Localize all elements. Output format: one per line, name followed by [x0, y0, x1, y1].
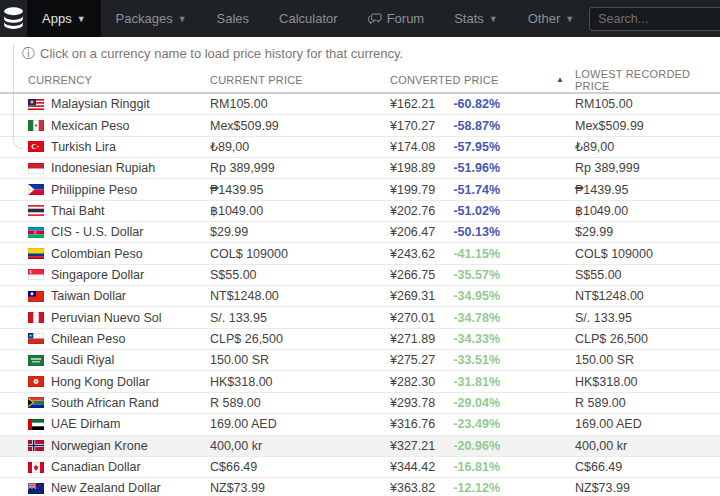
table-row: Turkish Lira₺89,00¥174.08-57.95%₺89,00 [0, 136, 720, 157]
flag-icon-mx [28, 120, 44, 131]
currency-link[interactable]: Chilean Peso [51, 332, 125, 346]
flag-icon-pe [28, 312, 44, 323]
lowest-recorded-price: ฿1049.00 [500, 203, 720, 218]
steamdb-logo[interactable] [0, 0, 27, 37]
price-change-percent: -34.33% [453, 332, 500, 346]
col-lowest-recorded-price[interactable]: LOWEST RECORDED PRICE [500, 68, 720, 92]
sort-asc-icon[interactable]: ▲ [556, 75, 564, 84]
price-change-percent: -60.82% [453, 97, 500, 111]
nav-item-stats[interactable]: Stats▼ [439, 0, 513, 37]
lowest-recorded-price: Rp 389,999 [500, 161, 720, 175]
flag-icon-ca [28, 462, 44, 473]
table-row: Philippine Peso₱1439.95¥199.79-51.74%₱14… [0, 178, 720, 199]
flag-icon-co [28, 248, 44, 259]
nav-item-sales[interactable]: Sales [202, 0, 265, 37]
currency-link[interactable]: South African Rand [51, 396, 159, 410]
converted-price: ¥202.76 [390, 204, 435, 218]
lowest-recorded-price: S$55.00 [500, 268, 720, 282]
currency-link[interactable]: Taiwan Dollar [51, 289, 126, 303]
flag-icon-hk [28, 376, 44, 387]
currency-link[interactable]: Malaysian Ringgit [51, 97, 150, 111]
current-price: RM105.00 [210, 97, 390, 111]
converted-price: ¥162.21 [390, 97, 435, 111]
currency-link[interactable]: Hong Kong Dollar [51, 375, 150, 389]
col-converted-price[interactable]: CONVERTED PRICE [390, 74, 500, 86]
flag-icon-nz [28, 483, 44, 494]
current-price: ₺89,00 [210, 139, 390, 154]
price-change-percent: -33.51% [453, 353, 500, 367]
table-row: Chilean PesoCLP$ 26,500¥271.89-34.33%CLP… [0, 328, 720, 349]
currency-link[interactable]: UAE Dirham [51, 417, 120, 431]
lowest-recorded-price: RM105.00 [500, 97, 720, 111]
currency-link[interactable]: Mexican Peso [51, 119, 130, 133]
search-input[interactable] [589, 7, 720, 31]
price-change-percent: -51.96% [453, 161, 500, 175]
current-price: S/. 133.95 [210, 311, 390, 325]
col-currency[interactable]: CURRENCY [28, 74, 210, 86]
converted-price: ¥243.62 [390, 247, 435, 261]
converted-price: ¥282.30 [390, 375, 435, 389]
currency-link[interactable]: Canadian Dollar [51, 460, 141, 474]
nav-item-label: Packages [116, 11, 173, 26]
flag-icon-az [28, 227, 44, 238]
flag-icon-tw [28, 291, 44, 302]
price-change-percent: -41.15% [453, 247, 500, 261]
current-price: COL$ 109000 [210, 247, 390, 261]
nav-item-other[interactable]: Other▼ [513, 0, 589, 37]
currency-table: Malaysian RinggitRM105.00¥162.21-60.82%R… [0, 94, 720, 496]
nav-item-label: Sales [217, 11, 250, 26]
currency-link[interactable]: New Zealand Dollar [51, 481, 161, 495]
lowest-recorded-price: COL$ 109000 [500, 247, 720, 261]
chevron-down-icon: ▼ [489, 14, 498, 24]
chevron-down-icon: ▼ [178, 14, 187, 24]
price-change-percent: -23.49% [453, 417, 500, 431]
info-text: Click on a currency name to load price h… [40, 46, 403, 61]
lowest-recorded-price: Mex$509.99 [500, 119, 720, 133]
current-price: NT$1248.00 [210, 289, 390, 303]
current-price: ฿1049.00 [210, 203, 390, 218]
col-current-price[interactable]: CURRENT PRICE [210, 74, 390, 86]
price-change-percent: -35.57% [453, 268, 500, 282]
price-change-percent: -51.02% [453, 204, 500, 218]
current-price: 169.00 AED [210, 417, 390, 431]
converted-price: ¥170.27 [390, 119, 435, 133]
currency-link[interactable]: Philippine Peso [51, 183, 137, 197]
table-row: Indonesian RupiahRp 389,999¥198.89-51.96… [0, 157, 720, 178]
current-price: CLP$ 26,500 [210, 332, 390, 346]
currency-link[interactable]: Saudi Riyal [51, 353, 114, 367]
converted-price: ¥344.42 [390, 460, 435, 474]
info-circle-icon: ⓘ [22, 46, 35, 61]
navbar: Apps▼Packages▼SalesCalculatorForumStats▼… [0, 0, 720, 37]
flag-icon-ph [28, 184, 44, 195]
converted-price: ¥316.76 [390, 417, 435, 431]
nav-item-forum[interactable]: Forum [353, 0, 440, 37]
converted-price: ¥266.75 [390, 268, 435, 282]
price-change-percent: -50.13% [453, 225, 500, 239]
converted-price: ¥293.78 [390, 396, 435, 410]
converted-price: ¥327.21 [390, 439, 435, 453]
nav-item-calculator[interactable]: Calculator [264, 0, 353, 37]
price-change-percent: -57.95% [453, 140, 500, 154]
table-header: CURRENCY CURRENT PRICE CONVERTED PRICE L… [0, 68, 720, 94]
currency-link[interactable]: CIS - U.S. Dollar [51, 225, 143, 239]
currency-link[interactable]: Turkish Lira [51, 140, 116, 154]
currency-link[interactable]: Thai Baht [51, 204, 105, 218]
lowest-recorded-price: 150.00 SR [500, 353, 720, 367]
table-row: South African RandR 589.00¥293.78-29.04%… [0, 392, 720, 413]
flag-icon-sa [28, 355, 44, 366]
currency-link[interactable]: Norwegian Krone [51, 439, 148, 453]
currency-link[interactable]: Peruvian Nuevo Sol [51, 311, 161, 325]
currency-link[interactable]: Colombian Peso [51, 247, 143, 261]
nav-item-apps[interactable]: Apps▼ [27, 0, 101, 37]
current-price: 400,00 kr [210, 439, 390, 453]
chevron-down-icon: ▼ [565, 14, 574, 24]
price-change-percent: -51.74% [453, 183, 500, 197]
current-price: 150.00 SR [210, 353, 390, 367]
nav-item-packages[interactable]: Packages▼ [101, 0, 202, 37]
currency-link[interactable]: Indonesian Rupiah [51, 161, 155, 175]
price-change-percent: -12.12% [453, 481, 500, 495]
database-logo-icon [0, 6, 27, 31]
flag-icon-no [28, 440, 44, 451]
table-row: Malaysian RinggitRM105.00¥162.21-60.82%R… [0, 94, 720, 114]
currency-link[interactable]: Singapore Dollar [51, 268, 144, 282]
